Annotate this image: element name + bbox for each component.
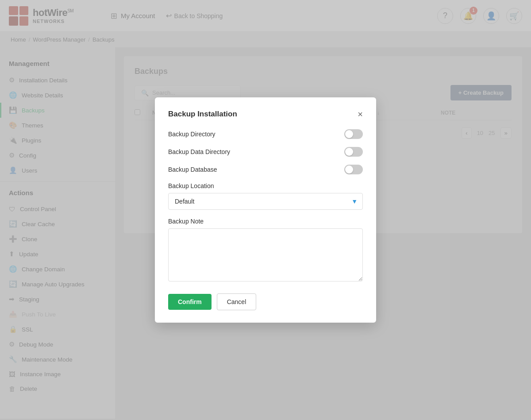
modal-footer: Confirm Cancel	[168, 293, 363, 310]
backup-installation-modal: Backup Installation × Backup Directory B…	[155, 97, 376, 323]
backup-database-toggle-knob	[345, 166, 353, 173]
confirm-button[interactable]: Confirm	[168, 294, 212, 310]
modal-title: Backup Installation	[168, 110, 237, 119]
backup-data-directory-row: Backup Data Directory	[168, 147, 363, 157]
modal-header: Backup Installation ×	[168, 110, 363, 119]
backup-data-directory-toggle[interactable]	[344, 147, 363, 157]
backup-location-label: Backup Location	[168, 182, 363, 189]
backup-database-toggle[interactable]	[344, 165, 363, 174]
backup-directory-row: Backup Directory	[168, 129, 363, 139]
modal-close-button[interactable]: ×	[358, 110, 363, 119]
backup-directory-toggle-knob	[345, 130, 353, 138]
backup-location-select-wrap: Default ▼	[168, 193, 363, 210]
backup-location-field: Backup Location Default ▼	[168, 182, 363, 210]
backup-note-label: Backup Note	[168, 218, 363, 225]
backup-directory-toggle[interactable]	[344, 129, 363, 139]
backup-database-row: Backup Database	[168, 165, 363, 174]
backup-directory-label: Backup Directory	[168, 131, 215, 138]
backup-data-directory-toggle-knob	[345, 148, 353, 156]
backup-database-label: Backup Database	[168, 166, 217, 173]
cancel-button[interactable]: Cancel	[217, 293, 257, 310]
modal-overlay: Backup Installation × Backup Directory B…	[0, 0, 531, 419]
backup-data-directory-label: Backup Data Directory	[168, 148, 230, 155]
backup-note-textarea[interactable]	[168, 228, 363, 281]
backup-location-select[interactable]: Default	[168, 193, 363, 210]
backup-note-field: Backup Note	[168, 218, 363, 283]
